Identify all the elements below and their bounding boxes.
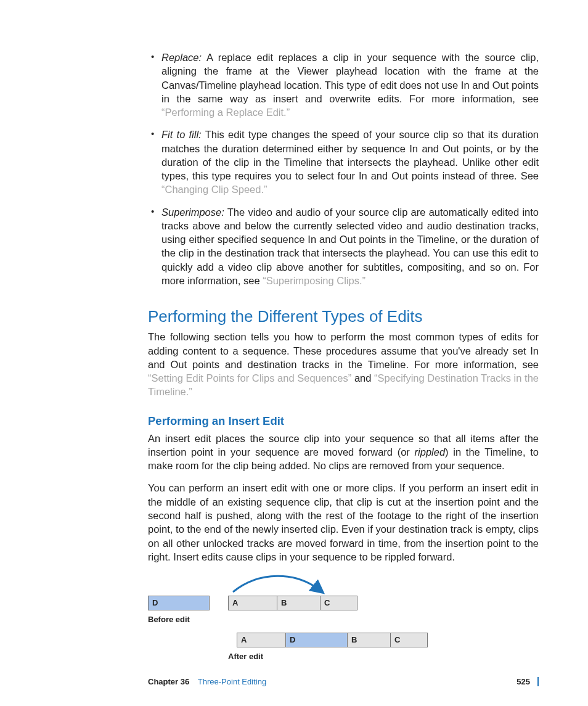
insert-paragraph-1: An insert edit places the source clip in… [148, 432, 539, 473]
subsection-heading: Performing an Insert Edit [148, 414, 539, 429]
sequence-after: A D B C [237, 633, 428, 647]
clip-d: D [148, 596, 210, 610]
page-footer: Chapter 36 Three-Point Editing 525 [148, 677, 539, 686]
sequence-before: A B C [228, 596, 357, 610]
arrow-wrap [228, 573, 388, 596]
list-item: Replace: A replace edit replaces a clip … [148, 51, 539, 119]
section-intro: The following section tells you how to p… [148, 330, 539, 398]
caption-after: After edit [228, 651, 431, 662]
body-text: The video and audio of your source clip … [161, 207, 539, 286]
footer-left: Chapter 36 Three-Point Editing [148, 677, 266, 686]
insert-paragraph-2: You can perform an insert edit with one … [148, 481, 539, 564]
link-superimposing[interactable]: “Superimposing Clips.” [263, 275, 365, 286]
section-heading: Performing the Different Types of Edits [148, 306, 539, 327]
term-fit-to-fill: Fit to fill: [161, 129, 202, 140]
term-replace: Replace: [161, 52, 202, 63]
body-text: This edit type changes the speed of your… [161, 129, 539, 181]
body-text: The following section tells you how to p… [148, 331, 539, 370]
clip-a: A [228, 596, 277, 610]
link-replace-edit[interactable]: “Performing a Replace Edit.” [161, 107, 290, 118]
insert-edit-diagram: D A B C Before edit A D B C After edit [148, 573, 431, 662]
diagram-row-after: A D B C [148, 633, 431, 647]
clip-c: C [391, 633, 428, 647]
emphasis-rippled: rippled [415, 446, 446, 458]
list-item: Fit to fill: This edit type changes the … [148, 128, 539, 196]
list-item: Superimpose: The video and audio of your… [148, 205, 539, 288]
clip-d-source: D [148, 596, 210, 610]
body-text: and [351, 372, 374, 384]
link-setting-edit-points[interactable]: “Setting Edit Points for Clips and Seque… [148, 372, 351, 384]
edit-types-list: Replace: A replace edit replaces a clip … [148, 51, 539, 287]
chapter-name: Three-Point Editing [198, 677, 266, 686]
page-content: Replace: A replace edit replaces a clip … [148, 51, 539, 662]
clip-b: B [348, 633, 391, 647]
diagram-row-before: D A B C [148, 596, 431, 610]
clip-a: A [237, 633, 286, 647]
clip-b: B [277, 596, 321, 610]
term-superimpose: Superimpose: [161, 207, 224, 218]
link-clip-speed[interactable]: “Changing Clip Speed.” [161, 184, 267, 195]
caption-before: Before edit [148, 614, 431, 625]
body-text: A replace edit replaces a clip in your s… [161, 52, 539, 104]
clip-c: C [321, 596, 357, 610]
clip-d: D [286, 633, 348, 647]
page-number: 525 [517, 677, 530, 686]
insert-arrow-icon [228, 573, 388, 596]
chapter-number: Chapter 36 [148, 677, 189, 686]
